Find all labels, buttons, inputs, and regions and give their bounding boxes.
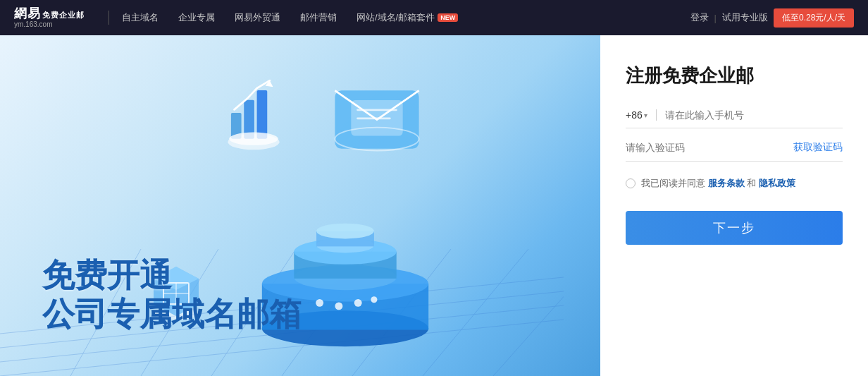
main-content: 免费开通 公司专属域名邮箱 注册免费企业邮 +86 ▾ 获取验证码 bbox=[0, 35, 868, 376]
phone-input[interactable] bbox=[665, 109, 843, 121]
phone-row: +86 ▾ bbox=[626, 109, 843, 128]
code-row: 获取验证码 bbox=[626, 141, 843, 162]
nav-right: 登录 | 试用专业版 低至0.28元/人/天 bbox=[690, 8, 854, 28]
agree-checkbox[interactable] bbox=[626, 178, 636, 188]
cta-button[interactable]: 低至0.28元/人/天 bbox=[774, 8, 854, 28]
svg-point-21 bbox=[335, 128, 418, 151]
svg-rect-12 bbox=[231, 113, 242, 139]
navbar: 網易免费企业邮 ym.163.com 自主域名 企业专属 网易外贸通 邮件营销 … bbox=[0, 0, 868, 35]
email-icon bbox=[331, 78, 423, 155]
code-input[interactable] bbox=[626, 142, 793, 153]
code-field-group: 获取验证码 bbox=[626, 141, 843, 162]
phone-prefix[interactable]: +86 ▾ bbox=[626, 109, 647, 121]
logo-sub: ym.163.com bbox=[14, 21, 85, 28]
svg-rect-29 bbox=[316, 231, 374, 247]
agree-text: 我已阅读并同意 服务条款 和 隐私政策 bbox=[641, 177, 795, 190]
svg-rect-14 bbox=[257, 90, 268, 139]
phone-field-group: +86 ▾ bbox=[626, 109, 843, 128]
chevron-down-icon: ▾ bbox=[644, 111, 647, 119]
nav-divider bbox=[108, 11, 109, 25]
nav-link-trade[interactable]: 网易外贸通 bbox=[235, 11, 280, 24]
nav-sep: | bbox=[714, 13, 717, 23]
svg-point-16 bbox=[229, 133, 278, 145]
phone-separator bbox=[656, 109, 657, 121]
logo-text: 網易免费企业邮 bbox=[14, 7, 85, 20]
reg-title: 注册免费企业邮 bbox=[626, 63, 843, 88]
hero-line1: 免费开通 bbox=[42, 256, 600, 295]
chart-icon bbox=[218, 74, 289, 152]
next-button[interactable]: 下一步 bbox=[626, 211, 843, 245]
svg-point-30 bbox=[316, 224, 374, 239]
hero-text-block: 免费开通 公司专属域名邮箱 bbox=[42, 256, 600, 334]
logo[interactable]: 網易免费企业邮 ym.163.com bbox=[14, 7, 85, 28]
get-code-button[interactable]: 获取验证码 bbox=[793, 141, 843, 154]
registration-panel: 注册免费企业邮 +86 ▾ 获取验证码 我已阅读并同意 bbox=[600, 35, 868, 376]
svg-rect-13 bbox=[244, 100, 254, 139]
hero-section: 免费开通 公司专属域名邮箱 bbox=[0, 35, 600, 376]
nav-link-domain[interactable]: 自主域名 bbox=[122, 11, 159, 24]
new-badge: NEW bbox=[438, 13, 458, 22]
trial-link[interactable]: 试用专业版 bbox=[722, 11, 768, 24]
svg-rect-18 bbox=[351, 100, 402, 135]
privacy-link[interactable]: 隐私政策 bbox=[759, 178, 795, 188]
hero-line2: 公司专属域名邮箱 bbox=[42, 295, 600, 334]
terms-link[interactable]: 服务条款 bbox=[708, 178, 745, 188]
svg-rect-17 bbox=[335, 90, 418, 149]
login-link[interactable]: 登录 bbox=[690, 11, 709, 24]
svg-marker-15 bbox=[266, 80, 273, 87]
nav-link-marketing[interactable]: 邮件营销 bbox=[300, 11, 337, 24]
agreement-row: 我已阅读并同意 服务条款 和 隐私政策 bbox=[626, 177, 843, 190]
svg-point-11 bbox=[228, 134, 279, 150]
nav-links: 自主域名 企业专属 网易外贸通 邮件营销 网站/域名/邮箱套件 NEW bbox=[122, 11, 690, 24]
nav-link-enterprise[interactable]: 企业专属 bbox=[178, 11, 215, 24]
nav-link-suite[interactable]: 网站/域名/邮箱套件 NEW bbox=[356, 11, 458, 24]
